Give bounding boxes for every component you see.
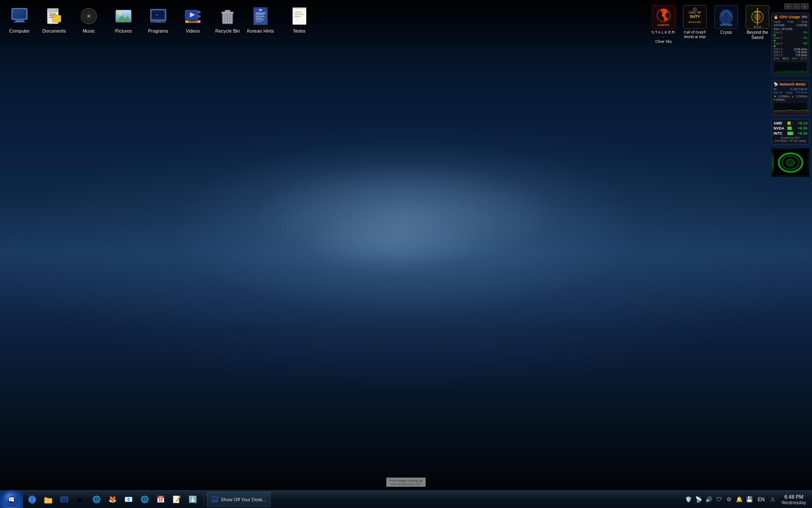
svg-rect-52	[293, 8, 306, 9]
desktop-icons-left: Computer Documents	[4, 4, 243, 36]
taskbar-icon-ie2[interactable]: 🌐	[89, 492, 104, 507]
widgets-column: 🔥 CPU Usage 0% Used Free Total 1637MB 14…	[771, 13, 809, 177]
crysis-icon: CRYSIS	[714, 5, 738, 29]
clock-date: Wednesday	[782, 500, 806, 505]
beyond-sword-icon: Beyond	[746, 5, 769, 29]
systray-icon-misc3[interactable]: 💾	[746, 496, 753, 503]
desktop-icon-recycle-bin[interactable]: Recycle Bin	[212, 4, 243, 36]
taskbar-active-window[interactable]: Show Off Your Desk...	[207, 492, 271, 507]
systray-icon-misc1[interactable]: ⚙	[725, 496, 733, 503]
widget-add-btn[interactable]: +	[784, 3, 792, 9]
videos-icon: VIDEO	[183, 6, 203, 26]
network-widget: 📡 Network Meter IP: 71.197.226.54 Ext. I…	[771, 80, 809, 115]
programs-label: Programs	[148, 28, 168, 34]
taskbar-icon-media[interactable]: ▶	[73, 492, 88, 507]
music-label: Music	[83, 28, 95, 34]
cod-label: Call of Duty®World at War	[683, 30, 706, 39]
systray-security-center[interactable]: ⚠	[769, 496, 776, 503]
desktop-icon-cod[interactable]: CALL OF DUTY World at War Call of Duty®W…	[680, 3, 709, 45]
stocks-widget: AMD +0.10 NVDA +0.09 INTC +0.30	[771, 119, 809, 144]
desktop-icon-stalker[interactable]: CLEAR SKY S.T.A.L.K.E.R. -Clear Sky	[649, 3, 678, 45]
svg-rect-36	[222, 12, 233, 14]
music-icon	[79, 6, 99, 26]
taskbar-icon-folder[interactable]	[41, 492, 56, 507]
widget-minimize-btn[interactable]: −	[793, 3, 800, 9]
taskbar-icon-network2[interactable]: 🌐	[137, 492, 152, 507]
taskbar-icon-mail[interactable]: 📧	[121, 492, 136, 507]
korean-hints-label: Korean Hints	[247, 28, 274, 34]
clock-time: 6:48 PM	[785, 494, 804, 500]
taskbar-divider	[204, 493, 204, 506]
taskbar-icon-word[interactable]: 📝	[169, 492, 184, 507]
taskbar: ▶ 🌐 🦊 📧 🌐 📅 📝 ⬇️ Show Off Your Desk... 🛡…	[0, 490, 812, 508]
svg-rect-37	[225, 10, 230, 12]
widget-close-btn[interactable]: ×	[801, 3, 809, 9]
desktop-icon-beyond-sword[interactable]: Beyond Beyond theSword	[743, 3, 772, 45]
taskbar-icon-torrent[interactable]: ⬇️	[185, 492, 200, 507]
documents-icon	[44, 6, 64, 26]
videos-label: Videos	[186, 28, 200, 34]
crysis-label: Crysis	[720, 30, 732, 35]
taskbar-right: 🛡️ 📡 🔊 🛡 ⚙ 🔔 💾 EN ⚠ 6:48 PM Wednesday	[681, 491, 812, 508]
svg-rect-3	[14, 22, 25, 22]
active-window-icon	[211, 496, 218, 503]
notes-icon	[289, 6, 310, 26]
start-orb	[4, 492, 19, 507]
svg-rect-31	[198, 15, 200, 17]
svg-rect-60	[294, 12, 302, 13]
network-graph	[774, 102, 807, 113]
svg-text:DUTY: DUTY	[690, 14, 700, 19]
desktop-icon-korean-hints[interactable]: W Korean Hints	[245, 4, 276, 36]
systray-icon-shield[interactable]: 🛡️	[685, 496, 692, 503]
taskbar-icon-ie[interactable]	[25, 492, 40, 507]
svg-rect-95	[60, 502, 68, 503]
desktop-icon-music[interactable]: Music	[74, 4, 104, 36]
svg-rect-50	[255, 21, 261, 22]
svg-text:VIDEO: VIDEO	[188, 20, 198, 23]
taskbar-icon-explorer[interactable]	[57, 492, 72, 507]
svg-text:Beyond: Beyond	[754, 26, 761, 28]
computer-label: Computer	[9, 28, 30, 34]
systray-icon-network[interactable]: 📡	[695, 496, 702, 503]
desktop-icon-pictures[interactable]: Pictures	[108, 4, 139, 36]
widget-controls[interactable]: + − ×	[784, 3, 809, 9]
svg-rect-25	[156, 21, 161, 22]
desktop-icon-videos[interactable]: VIDEO Videos	[178, 4, 208, 36]
svg-point-20	[118, 12, 122, 15]
svg-rect-98	[212, 501, 218, 502]
recycle-bin-icon	[217, 6, 238, 26]
svg-rect-46	[255, 14, 264, 15]
computer-icon	[9, 6, 30, 26]
svg-rect-6	[48, 8, 57, 13]
taskbar-icon-fire[interactable]: 🦊	[105, 492, 120, 507]
taskbar-icon-calendar[interactable]: 📅	[153, 492, 168, 507]
clock[interactable]: 6:48 PM Wednesday	[779, 494, 809, 505]
pictures-icon	[113, 6, 134, 26]
systray-icon-virus[interactable]: 🛡	[715, 496, 723, 503]
svg-rect-61	[294, 14, 304, 15]
desktop-icon-documents[interactable]: Documents	[39, 4, 69, 36]
desktop-icon-computer[interactable]: Computer	[4, 4, 35, 36]
systray-icon-sound[interactable]: 🔊	[705, 496, 713, 503]
stalker-icon: CLEAR SKY	[652, 5, 675, 29]
cpu-widget: 🔥 CPU Usage 0% Used Free Total 1637MB 14…	[771, 13, 809, 76]
language-indicator[interactable]: EN	[756, 496, 766, 503]
svg-rect-49	[255, 19, 264, 20]
desktop-icon-notes[interactable]: Notes	[284, 4, 315, 36]
svg-rect-48	[255, 18, 263, 19]
stocks-note: Quotes by IDC Comstock. 20 min delay.	[774, 136, 807, 142]
svg-rect-97	[212, 497, 217, 501]
svg-point-16	[88, 15, 90, 17]
programs-icon: >_	[148, 6, 168, 26]
svg-rect-62	[294, 16, 301, 17]
svg-rect-94	[61, 497, 67, 502]
recycle-bin-label: Recycle Bin	[215, 28, 240, 34]
svg-rect-12	[52, 14, 56, 16]
desktop: + − ×	[0, 0, 812, 508]
desktop-icon-programs[interactable]: >_ Programs	[143, 4, 173, 36]
desktop-icon-crysis[interactable]: CRYSIS Crysis	[712, 3, 741, 45]
systray-icon-misc2[interactable]: 🔔	[735, 496, 743, 503]
taskbar-quick-launch: ▶ 🌐 🦊 📧 🌐 📅 📝 ⬇️	[23, 491, 202, 508]
start-button[interactable]	[0, 491, 23, 508]
watermark: Free image hosting by www.techpowerup.co…	[386, 478, 425, 487]
